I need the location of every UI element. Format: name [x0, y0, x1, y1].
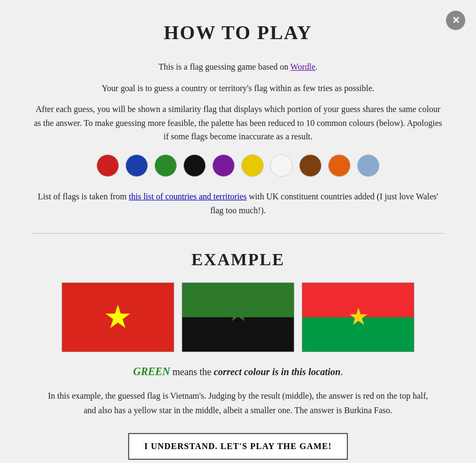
- color-orange: [328, 154, 351, 177]
- color-purple: [212, 154, 235, 177]
- color-white: [270, 154, 293, 177]
- green-explanation: GREEN means the correct colour is in thi…: [32, 363, 444, 380]
- play-button-container: I UNDERSTAND. LET'S PLAY THE GAME!: [32, 433, 444, 460]
- example-title: EXAMPLE: [32, 250, 444, 270]
- list-text: List of flags is taken from this list of…: [32, 190, 444, 217]
- intro-line2: Your goal is to guess a country or terri…: [32, 81, 444, 95]
- section-divider: [32, 233, 444, 234]
- flag-similarity: ★: [182, 282, 294, 352]
- color-black: [183, 154, 206, 177]
- modal-container: ✕ HOW TO PLAY This is a flag guessing ga…: [0, 0, 476, 463]
- example-description: In this example, the guessed flag is Vie…: [32, 389, 444, 417]
- intro-line1: This is a flag guessing game based on Wo…: [32, 60, 444, 74]
- color-brown: [299, 154, 322, 177]
- close-icon: ✕: [452, 16, 460, 25]
- flags-example-row: ★ ★ ★: [32, 282, 444, 352]
- flag-burkina-faso: ★: [302, 282, 414, 352]
- color-palette: [32, 154, 444, 177]
- intro-line3: After each guess, you will be shown a si…: [32, 102, 444, 144]
- flag-vietnam: ★: [62, 282, 174, 352]
- close-button[interactable]: ✕: [446, 11, 465, 30]
- color-blue: [125, 154, 148, 177]
- page-title: HOW TO PLAY: [32, 21, 444, 44]
- burkina-star: ★: [348, 305, 369, 329]
- countries-list-link[interactable]: this list of countries and territories: [129, 192, 247, 201]
- color-green: [154, 154, 177, 177]
- color-yellow: [241, 154, 264, 177]
- vietnam-star: ★: [103, 301, 132, 333]
- similarity-star: ★: [226, 298, 250, 325]
- green-word: GREEN: [133, 365, 170, 377]
- play-game-button[interactable]: I UNDERSTAND. LET'S PLAY THE GAME!: [128, 433, 348, 460]
- color-light-blue: [357, 154, 380, 177]
- wordle-link[interactable]: Wordle: [291, 62, 316, 71]
- color-red: [96, 154, 119, 177]
